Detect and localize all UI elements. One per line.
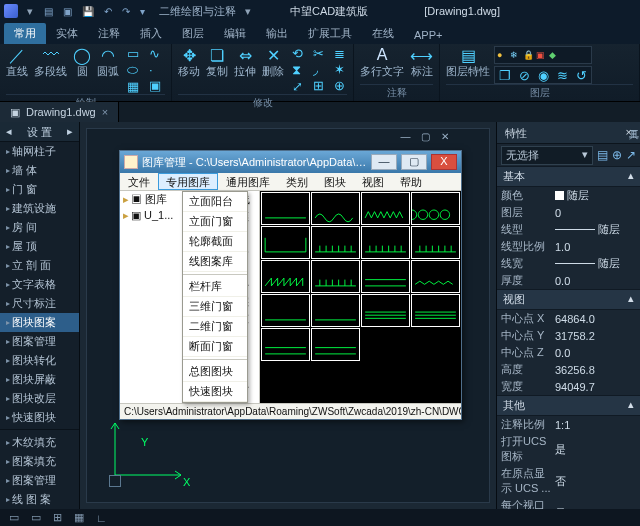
left-panel-item[interactable]: ▸立 剖 面 bbox=[0, 256, 79, 275]
qat-undo-icon[interactable]: ↶ bbox=[102, 6, 114, 17]
offset-icon[interactable]: ≣ bbox=[332, 46, 347, 61]
left-panel-item[interactable]: ▸门 窗 bbox=[0, 180, 79, 199]
ribbon-tab[interactable]: 扩展工具 bbox=[298, 23, 362, 44]
hatch-icon[interactable]: ▦ bbox=[125, 79, 141, 94]
ribbon-tab[interactable]: 图层 bbox=[172, 23, 214, 44]
dialog-menu-item[interactable]: 通用图库 bbox=[218, 173, 278, 190]
point-icon[interactable]: · bbox=[147, 62, 163, 77]
polyline-button[interactable]: 〰多段线 bbox=[34, 46, 67, 79]
ribbon-tab[interactable]: 常用 bbox=[4, 23, 46, 44]
qat-new-icon[interactable]: ▤ bbox=[42, 6, 55, 17]
thumbnail[interactable] bbox=[311, 226, 360, 259]
property-row[interactable]: 打开UCS图标是 bbox=[497, 433, 640, 465]
property-row[interactable]: 中心点 Z0.0 bbox=[497, 344, 640, 361]
fillet-icon[interactable]: ◞ bbox=[311, 62, 326, 77]
thumbnail[interactable] bbox=[411, 226, 460, 259]
ribbon-tab[interactable]: 编辑 bbox=[214, 23, 256, 44]
thumbnail[interactable] bbox=[411, 294, 460, 327]
ribbon-tab[interactable]: 在线 bbox=[362, 23, 404, 44]
submenu-item[interactable]: 立面门窗 bbox=[183, 212, 247, 232]
ortho-toggle[interactable]: ∟ bbox=[93, 512, 110, 524]
thumbnail[interactable] bbox=[311, 192, 360, 225]
circle-button[interactable]: ◯圆 bbox=[73, 46, 91, 79]
erase-button[interactable]: ✕删除 bbox=[262, 46, 284, 79]
arc-button[interactable]: ◠圆弧 bbox=[97, 46, 119, 79]
trim-icon[interactable]: ✂ bbox=[311, 46, 326, 61]
line-button[interactable]: ／直线 bbox=[6, 46, 28, 79]
pickadd-icon[interactable]: ⊕ bbox=[612, 148, 622, 162]
right-strip-toolpalettes[interactable]: 工具 bbox=[626, 122, 640, 142]
thumbnail[interactable] bbox=[261, 328, 310, 361]
left-panel-item[interactable]: ▸轴网柱子 bbox=[0, 142, 79, 161]
property-row[interactable]: 在原点显示 UCS ...否 bbox=[497, 465, 640, 497]
left-panel-item[interactable]: ▸线 图 案 bbox=[0, 490, 79, 509]
explode-icon[interactable]: ✶ bbox=[332, 62, 347, 77]
thumbnail[interactable] bbox=[361, 192, 410, 225]
dialog-menu-item[interactable]: 文件 bbox=[120, 173, 158, 190]
thumbnail[interactable] bbox=[261, 294, 310, 327]
thumbnail[interactable] bbox=[361, 328, 410, 361]
section-view[interactable]: 视图▴ bbox=[497, 289, 640, 310]
model-tab[interactable]: ▭ bbox=[6, 511, 22, 524]
close-button[interactable]: X bbox=[431, 154, 457, 170]
layer-properties-button[interactable]: ▤图层特性 bbox=[446, 46, 490, 79]
qat-open-icon[interactable]: ▣ bbox=[61, 6, 74, 17]
selection-dropdown[interactable]: 无选择▾ bbox=[501, 146, 593, 165]
thumbnail[interactable] bbox=[311, 260, 360, 293]
layer-selector[interactable]: ● ❄ 🔒 ▣ ◆ bbox=[494, 46, 592, 64]
layer-off-icon[interactable]: ⊘ bbox=[517, 68, 532, 83]
submenu-item[interactable]: 快速图块 bbox=[183, 382, 247, 402]
submenu-item[interactable]: 线图案库 bbox=[183, 252, 247, 272]
left-panel-item[interactable]: ▸屋 顶 bbox=[0, 237, 79, 256]
thumbnail[interactable] bbox=[261, 226, 310, 259]
left-panel-item[interactable]: ▸图块改层 bbox=[0, 389, 79, 408]
mtext-button[interactable]: A多行文字 bbox=[360, 46, 404, 79]
submenu-item[interactable]: 总图图块 bbox=[183, 362, 247, 382]
section-basic[interactable]: 基本▴ bbox=[497, 166, 640, 187]
thumbnail[interactable] bbox=[311, 328, 360, 361]
grid-toggle[interactable]: ▦ bbox=[71, 511, 87, 524]
ribbon-tab[interactable]: 实体 bbox=[46, 23, 88, 44]
ellipse-icon[interactable]: ⬭ bbox=[125, 62, 141, 78]
property-row[interactable]: 注释比例1:1 bbox=[497, 416, 640, 433]
left-panel-item[interactable]: ▸墙 体 bbox=[0, 161, 79, 180]
left-panel-item[interactable]: ▸图块转化 bbox=[0, 351, 79, 370]
dialog-menu-item[interactable]: 帮助 bbox=[392, 173, 430, 190]
left-panel-item[interactable]: ▸图块图案 bbox=[0, 313, 79, 332]
section-misc[interactable]: 其他▴ bbox=[497, 395, 640, 416]
mdi-window-buttons[interactable]: — ▢ ✕ bbox=[400, 131, 453, 142]
join-icon[interactable]: ⊕ bbox=[332, 78, 347, 93]
dialog-titlebar[interactable]: 图库管理 - C:\Users\Administrator\AppData\Ro… bbox=[120, 151, 461, 173]
workspace-dropdown-icon[interactable]: ▾ bbox=[242, 5, 254, 18]
ribbon-tab[interactable]: 输出 bbox=[256, 23, 298, 44]
thumbnail[interactable] bbox=[361, 294, 410, 327]
rectangle-icon[interactable]: ▭ bbox=[125, 46, 141, 61]
qat-redo-icon[interactable]: ↷ bbox=[120, 6, 132, 17]
property-row[interactable]: 厚度0.0 bbox=[497, 272, 640, 289]
left-panel-item[interactable]: ▸尺寸标注 bbox=[0, 294, 79, 313]
layout-tab[interactable]: ▭ bbox=[28, 511, 44, 524]
submenu-item[interactable]: 立面阳台 bbox=[183, 192, 247, 212]
app-menu-button[interactable]: ▾ bbox=[24, 5, 36, 18]
thumbnail[interactable] bbox=[411, 192, 460, 225]
left-panel-item[interactable]: ▸木纹填充 bbox=[0, 433, 79, 452]
ribbon-tab[interactable]: 插入 bbox=[130, 23, 172, 44]
thumbnail[interactable] bbox=[361, 260, 410, 293]
submenu-item[interactable]: 三维门窗 bbox=[183, 297, 247, 317]
thumbnail[interactable] bbox=[261, 192, 310, 225]
maximize-button[interactable]: ▢ bbox=[401, 154, 427, 170]
minimize-button[interactable]: — bbox=[371, 154, 397, 170]
ribbon-tab[interactable]: 注释 bbox=[88, 23, 130, 44]
thumbnail[interactable] bbox=[411, 328, 460, 361]
dialog-menu-item[interactable]: 图块 bbox=[316, 173, 354, 190]
qat-more-icon[interactable]: ▾ bbox=[138, 6, 147, 17]
spline-icon[interactable]: ∿ bbox=[147, 46, 163, 61]
property-row[interactable]: 中心点 Y31758.2 bbox=[497, 327, 640, 344]
left-panel-item[interactable]: ▸图块屏蔽 bbox=[0, 370, 79, 389]
property-row[interactable]: 线型比例1.0 bbox=[497, 238, 640, 255]
left-panel-item[interactable]: ▸快速图块 bbox=[0, 408, 79, 427]
property-row[interactable]: 中心点 X64864.0 bbox=[497, 310, 640, 327]
qat-save-icon[interactable]: 💾 bbox=[80, 6, 96, 17]
dialog-menu-item[interactable]: 视图 bbox=[354, 173, 392, 190]
property-row[interactable]: 图层0 bbox=[497, 204, 640, 221]
